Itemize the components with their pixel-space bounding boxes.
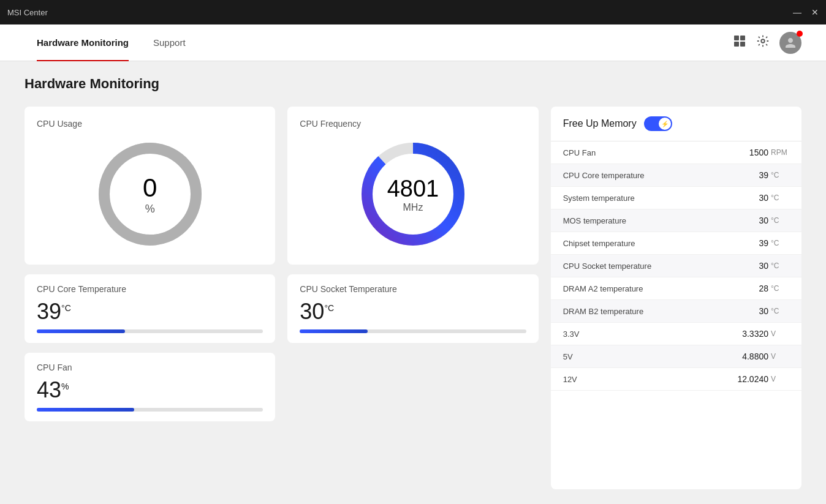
tab-support[interactable]: Support — [141, 24, 198, 61]
cpu-frequency-label: CPU Frequency — [300, 119, 361, 129]
bolt-icon: ⚡ — [661, 121, 669, 127]
sensor-value: 30 — [759, 193, 768, 203]
svg-rect-3 — [740, 42, 745, 47]
svg-rect-2 — [734, 42, 739, 47]
cpu-socket-temp-bar-container — [300, 329, 526, 333]
avatar[interactable] — [779, 32, 801, 54]
sensor-row: DRAM A2 temperature 28 °C — [551, 277, 801, 300]
sensor-name: CPU Fan — [563, 148, 749, 157]
sensor-value: 3.3320 — [742, 329, 768, 339]
sensor-name: 12V — [563, 375, 738, 384]
sensor-name: Chipset temperature — [563, 239, 759, 248]
free-up-memory-toggle[interactable]: ⚡ — [644, 116, 672, 131]
sensor-unit: °C — [771, 239, 789, 247]
free-up-memory-header: Free Up Memory ⚡ — [551, 107, 801, 141]
sensor-row: 5V 4.8800 V — [551, 345, 801, 368]
sensor-unit: °C — [771, 284, 789, 293]
sensor-unit: °C — [771, 261, 789, 270]
sensor-name: 5V — [563, 352, 743, 361]
window-controls: — ✕ — [793, 7, 819, 17]
sensor-row: CPU Core temperature 39 °C — [551, 164, 801, 187]
sensor-unit: °C — [771, 171, 789, 179]
sensor-value: 4.8800 — [742, 352, 768, 361]
cpu-frequency-value: 4801 MHz — [387, 176, 439, 213]
sensor-value: 39 — [759, 170, 768, 180]
cpu-fan-label: CPU Fan — [37, 363, 263, 372]
main-content: Hardware Monitoring CPU Usage 0 % — [0, 61, 826, 504]
sensor-unit: RPM — [771, 148, 789, 157]
svg-point-4 — [761, 39, 765, 43]
cpu-core-temp-card: CPU Core Temperature 39°C — [25, 274, 275, 343]
cpu-fan-card: CPU Fan 43% — [25, 353, 275, 421]
sensor-row: 3.3V 3.3320 V — [551, 323, 801, 345]
sensor-unit: °C — [771, 194, 789, 202]
settings-icon[interactable] — [756, 34, 770, 51]
sensor-name: MOS temperature — [563, 216, 759, 225]
nav-tabs: Hardware Monitoring Support — [25, 24, 198, 61]
page-title: Hardware Monitoring — [25, 76, 801, 92]
sensor-value: 12.0240 — [737, 374, 768, 384]
content-grid: CPU Usage 0 % CPU Core Temperature 39°C — [25, 107, 801, 489]
middle-column: CPU Frequency — [287, 107, 538, 489]
header-icons — [733, 32, 801, 54]
sensor-unit: V — [771, 329, 789, 338]
svg-rect-0 — [734, 36, 739, 40]
right-panel: Free Up Memory ⚡ CPU Fan 1500 RPM CPU Co… — [551, 107, 801, 489]
sensor-row: DRAM B2 temperature 30 °C — [551, 300, 801, 323]
sensor-row: 12V 12.0240 V — [551, 368, 801, 391]
cpu-fan-bar — [37, 408, 134, 412]
minimize-button[interactable]: — — [793, 7, 801, 17]
sensor-name: DRAM B2 temperature — [563, 307, 759, 316]
cpu-usage-value: 0 % — [143, 173, 157, 216]
sensor-row: System temperature 30 °C — [551, 187, 801, 209]
sensor-row: CPU Socket temperature 30 °C — [551, 255, 801, 277]
sensor-value: 30 — [759, 306, 768, 316]
grid-icon[interactable] — [733, 34, 746, 51]
cpu-socket-temp-label: CPU Socket Temperature — [300, 284, 526, 294]
sensor-value: 30 — [759, 216, 768, 225]
cpu-fan-value: 43% — [37, 377, 263, 403]
left-column: CPU Usage 0 % CPU Core Temperature 39°C — [25, 107, 275, 489]
sensor-value: 30 — [759, 261, 768, 271]
toggle-knob: ⚡ — [659, 118, 671, 130]
free-up-memory-title: Free Up Memory — [563, 118, 637, 129]
sensor-row: MOS temperature 30 °C — [551, 209, 801, 232]
cpu-usage-gauge: 0 % — [92, 136, 208, 252]
sensor-list: CPU Fan 1500 RPM CPU Core temperature 39… — [551, 141, 801, 489]
sensor-name: System temperature — [563, 194, 759, 203]
header: Hardware Monitoring Support — [0, 24, 826, 61]
titlebar: MSI Center — ✕ — [0, 0, 826, 24]
sensor-value: 1500 — [749, 148, 768, 157]
sensor-name: DRAM A2 temperature — [563, 284, 759, 293]
cpu-frequency-card: CPU Frequency — [287, 107, 538, 265]
sensor-value: 39 — [759, 238, 768, 248]
tab-hardware-monitoring[interactable]: Hardware Monitoring — [25, 24, 141, 61]
sensor-unit: V — [771, 352, 789, 361]
cpu-socket-temp-card: CPU Socket Temperature 30°C — [287, 274, 538, 343]
notification-dot — [797, 31, 803, 37]
cpu-core-temp-bar — [37, 329, 125, 333]
sensor-name: CPU Core temperature — [563, 171, 759, 180]
cpu-core-temp-label: CPU Core Temperature — [37, 284, 263, 294]
cpu-socket-temp-bar — [300, 329, 368, 333]
cpu-frequency-gauge: 4801 MHz — [355, 136, 471, 252]
sensor-name: 3.3V — [563, 329, 743, 339]
cpu-usage-label: CPU Usage — [37, 119, 82, 129]
sensor-unit: V — [771, 375, 789, 383]
close-button[interactable]: ✕ — [811, 7, 819, 17]
sensor-name: CPU Socket temperature — [563, 261, 759, 271]
cpu-socket-temp-value: 30°C — [300, 299, 526, 325]
sensor-unit: °C — [771, 216, 789, 225]
cpu-core-temp-bar-container — [37, 329, 263, 333]
cpu-fan-bar-container — [37, 408, 263, 412]
sensor-row: CPU Fan 1500 RPM — [551, 141, 801, 164]
cpu-core-temp-value: 39°C — [37, 299, 263, 325]
sensor-value: 28 — [759, 284, 768, 293]
app-title: MSI Center — [7, 8, 48, 17]
svg-rect-1 — [740, 36, 745, 40]
sensor-row: Chipset temperature 39 °C — [551, 232, 801, 255]
sensor-unit: °C — [771, 307, 789, 315]
cpu-usage-card: CPU Usage 0 % — [25, 107, 275, 265]
